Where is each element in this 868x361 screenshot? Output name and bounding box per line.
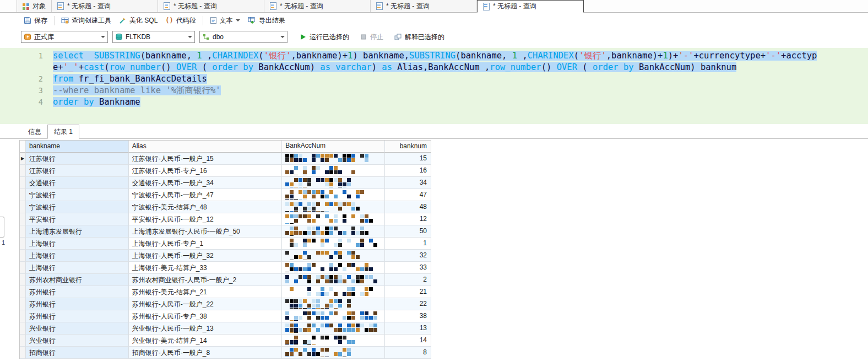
cell-alias[interactable]: 兴业银行-人民币-一般户_13: [129, 322, 283, 335]
database-select[interactable]: FLTKDB: [112, 31, 195, 43]
result-tab-active[interactable]: 结果 1: [47, 125, 79, 139]
cell-banknum[interactable]: 32: [385, 250, 431, 262]
cell-bankname[interactable]: 上海银行: [26, 250, 129, 262]
save-button[interactable]: 保存: [20, 14, 51, 27]
cell-alias[interactable]: 苏州农村商业银行-人民币-一般户_2: [129, 274, 283, 286]
row-gutter[interactable]: [20, 286, 26, 298]
row-gutter[interactable]: [20, 250, 26, 262]
export-result-button[interactable]: 导出结果: [244, 14, 289, 27]
cell-banknum[interactable]: 13: [385, 322, 431, 335]
schema-select[interactable]: dbo: [199, 31, 287, 43]
cell-bankname[interactable]: 交通银行: [26, 177, 129, 189]
row-gutter[interactable]: [20, 322, 26, 335]
cell-alias[interactable]: 招商银行-人民币-一般户_8: [129, 347, 283, 359]
row-gutter[interactable]: [20, 347, 26, 359]
cell-bankname[interactable]: 苏州农村商业银行: [26, 274, 129, 286]
cell-banknum[interactable]: 16: [385, 165, 431, 177]
cell-alias[interactable]: 上海浦东发展银行-人民币-一般户_50: [129, 225, 283, 238]
cell-alias[interactable]: 交通银行-人民币-一般户_34: [129, 177, 283, 189]
cell-bankname[interactable]: 苏州银行: [26, 310, 129, 322]
cell-bankname[interactable]: 宁波银行: [26, 201, 129, 213]
row-gutter[interactable]: [20, 165, 26, 177]
column-header-alias[interactable]: Alias: [129, 141, 283, 153]
cell-banknum[interactable]: 33: [385, 262, 431, 274]
cell-bankaccnum-redacted[interactable]: [282, 286, 385, 298]
document-tab[interactable]: 对象: [17, 0, 52, 12]
sql-editor[interactable]: 1select SUBSTRING(bankname, 1 ,CHARINDEX…: [0, 48, 868, 124]
cell-alias[interactable]: 苏州银行-人民币-一般户_22: [129, 298, 283, 310]
document-tab-active[interactable]: * 无标题 - 查询: [477, 0, 584, 13]
column-header-bankname[interactable]: bankname: [26, 141, 129, 153]
cell-bankaccnum-redacted[interactable]: [282, 177, 385, 189]
cell-bankname[interactable]: 苏州银行: [26, 286, 129, 298]
query-builder-button[interactable]: 查询创建工具: [57, 14, 115, 27]
cell-bankaccnum-redacted[interactable]: [282, 189, 385, 201]
cell-bankaccnum-redacted[interactable]: [282, 250, 385, 262]
explain-selected-button[interactable]: 解释已选择的: [391, 31, 448, 44]
cell-bankaccnum-redacted[interactable]: [282, 165, 385, 177]
row-gutter[interactable]: [20, 201, 26, 213]
column-header-banknum[interactable]: banknum: [385, 141, 431, 153]
cell-banknum[interactable]: 12: [385, 213, 431, 225]
row-gutter[interactable]: [20, 298, 26, 310]
cell-banknum[interactable]: 47: [385, 189, 431, 201]
cell-bankname[interactable]: 江苏银行: [26, 165, 129, 177]
run-selected-button[interactable]: 运行已选择的: [296, 31, 352, 44]
row-gutter[interactable]: [20, 310, 26, 322]
cell-alias[interactable]: 宁波银行-人民币-一般户_47: [129, 189, 283, 201]
cell-alias[interactable]: 江苏银行-人民币-专户_16: [129, 165, 283, 177]
cell-bankname[interactable]: 兴业银行: [26, 335, 129, 347]
cell-banknum[interactable]: 14: [385, 335, 431, 347]
cell-bankname[interactable]: 平安银行: [26, 213, 129, 225]
cell-bankaccnum-redacted[interactable]: [282, 201, 385, 213]
row-gutter[interactable]: [20, 238, 26, 250]
code-line[interactable]: from fr_fi_bank_BankAccDetails: [53, 73, 868, 85]
column-header-bankaccnum[interactable]: BankAccNum: [282, 141, 385, 153]
cell-banknum[interactable]: 15: [385, 153, 431, 165]
code-line[interactable]: select SUBSTRING(bankname, 1 ,CHARINDEX(…: [53, 50, 868, 73]
document-tab[interactable]: * 无标题 - 查询: [158, 0, 264, 12]
code-line[interactable]: --where bankname like '%浙商银行%': [53, 85, 868, 96]
document-tab[interactable]: * 无标题 - 查询: [52, 0, 158, 12]
cell-bankaccnum-redacted[interactable]: [282, 153, 385, 165]
cell-alias[interactable]: 兴业银行-美元-结算户_14: [129, 335, 283, 347]
row-gutter[interactable]: [20, 262, 26, 274]
cell-bankname[interactable]: 苏州银行: [26, 298, 129, 310]
cell-bankaccnum-redacted[interactable]: [282, 213, 385, 225]
cell-banknum[interactable]: 21: [385, 286, 431, 298]
cell-bankname[interactable]: 上海银行: [26, 262, 129, 274]
cell-bankaccnum-redacted[interactable]: [282, 238, 385, 250]
cell-banknum[interactable]: 8: [385, 347, 431, 359]
cell-bankname[interactable]: 招商银行: [26, 347, 129, 359]
cell-alias[interactable]: 苏州银行-美元-结算户_21: [129, 286, 283, 298]
cell-banknum[interactable]: 50: [385, 225, 431, 238]
cell-banknum[interactable]: 48: [385, 201, 431, 213]
cell-alias[interactable]: 江苏银行-人民币-一般户_15: [129, 153, 283, 165]
cell-bankname[interactable]: 兴业银行: [26, 322, 129, 335]
row-gutter[interactable]: [20, 189, 26, 201]
cell-alias[interactable]: 上海银行-美元-结算户_33: [129, 262, 283, 274]
document-tab[interactable]: * 无标题 - 查询: [371, 0, 477, 12]
cell-bankname[interactable]: 江苏银行: [26, 153, 129, 165]
cell-bankname[interactable]: 上海银行: [26, 238, 129, 250]
row-gutter[interactable]: [20, 177, 26, 189]
stop-button[interactable]: 停止: [357, 31, 387, 44]
cell-alias[interactable]: 上海银行-人民币-一般户_32: [129, 250, 283, 262]
row-gutter[interactable]: [20, 335, 26, 347]
cell-alias[interactable]: 苏州银行-人民币-专户_38: [129, 310, 283, 322]
code-line[interactable]: order by Bankname: [53, 96, 868, 108]
result-tab[interactable]: 信息: [22, 125, 47, 138]
cell-alias[interactable]: 上海银行-人民币-专户_1: [129, 238, 283, 250]
cell-banknum[interactable]: 38: [385, 310, 431, 322]
current-row-marker[interactable]: ▶: [20, 153, 26, 165]
row-gutter[interactable]: [20, 225, 26, 238]
row-gutter[interactable]: [20, 213, 26, 225]
text-mode-button[interactable]: 文本: [206, 14, 244, 27]
cell-bankaccnum-redacted[interactable]: [282, 298, 385, 310]
cell-bankaccnum-redacted[interactable]: [282, 274, 385, 286]
connection-select[interactable]: 正式库: [21, 31, 108, 43]
cell-bankname[interactable]: 宁波银行: [26, 189, 129, 201]
cell-bankaccnum-redacted[interactable]: [282, 347, 385, 359]
cell-bankaccnum-redacted[interactable]: [282, 262, 385, 274]
cell-banknum[interactable]: 2: [385, 274, 431, 286]
